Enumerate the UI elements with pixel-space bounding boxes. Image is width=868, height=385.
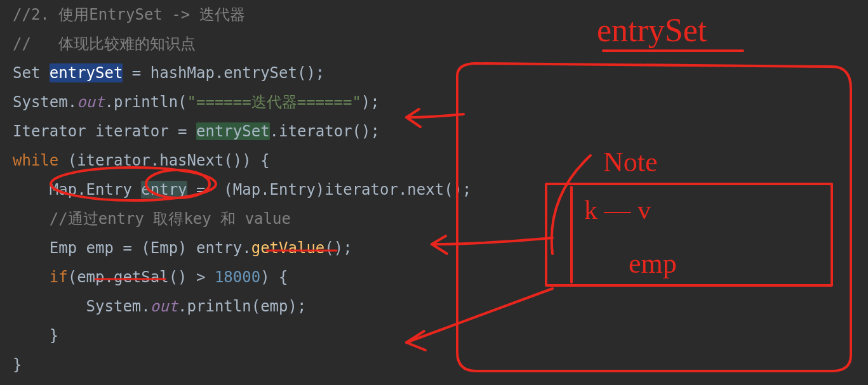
code-text: Emp emp = (Emp) entry. [50, 239, 251, 257]
code-line: Map.Entry entry = (Map.Entry)iterator.ne… [13, 175, 855, 204]
field: out [150, 297, 178, 315]
code-text: .iterator(); [270, 122, 380, 140]
code-editor[interactable]: //2. 使用EntrySet -> 迭代器 // 体现比较难的知识点 Set … [0, 0, 868, 385]
brace: } [13, 356, 22, 374]
type: Set [13, 64, 50, 82]
code-line: System.out.println(emp); [13, 292, 855, 321]
code-text: .println( [105, 93, 187, 111]
indent [13, 239, 50, 257]
number-literal: 18000 [215, 268, 260, 286]
indent [13, 327, 50, 344]
code-line: Set entrySet = hashMap.entrySet(); [13, 58, 855, 88]
code-line: while (iterator.hasNext()) { [13, 146, 855, 175]
code-text: Map.Entry [50, 181, 142, 199]
indent [13, 181, 50, 199]
method-call: getSal [114, 268, 169, 286]
indent [13, 297, 86, 315]
usage-highlight: entry [141, 181, 187, 199]
comment: // 体现比较难的知识点 [13, 35, 196, 53]
code-text: (emp. [68, 268, 114, 286]
comment: //通过entry 取得key 和 value [50, 210, 291, 228]
code-text: Iterator iterator = [13, 122, 196, 140]
indent [13, 210, 50, 228]
code-text: (iterator.hasNext()) { [58, 152, 269, 169]
keyword: while [13, 152, 58, 169]
code-text: = (Map.Entry)iterator.next(); [187, 181, 472, 199]
code-line: //2. 使用EntrySet -> 迭代器 [13, 0, 855, 29]
code-text: = hashMap. [123, 64, 224, 82]
code-text: ); [361, 93, 380, 111]
indent [13, 268, 50, 286]
code-text: (); [297, 64, 324, 82]
code-line: // 体现比较难的知识点 [13, 29, 855, 58]
usage-highlight: entrySet [196, 122, 270, 140]
code-line: Emp emp = (Emp) entry.getValue(); [13, 233, 855, 263]
field: out [77, 93, 104, 111]
code-text: System. [86, 297, 150, 315]
method-call: getValue [251, 239, 325, 257]
code-text: () > [169, 268, 215, 286]
keyword: if [50, 268, 68, 286]
method-call: entrySet [224, 64, 297, 82]
code-line: } [13, 350, 855, 379]
code-line: System.out.println("======迭代器======"); [13, 88, 855, 117]
code-text: ) { [260, 268, 288, 286]
code-text: .println(emp); [178, 297, 306, 315]
code-line: //通过entry 取得key 和 value [13, 204, 855, 233]
comment: //2. 使用EntrySet -> 迭代器 [13, 6, 245, 23]
code-text: System. [13, 93, 77, 111]
code-line: Iterator iterator = entrySet.iterator(); [13, 117, 855, 146]
string-literal: "======迭代器======" [187, 93, 361, 111]
selected-identifier: entrySet [50, 63, 123, 82]
code-text: (); [324, 239, 352, 257]
brace: } [50, 327, 58, 344]
code-line: if(emp.getSal() > 18000) { [13, 263, 855, 292]
code-line: } [13, 321, 855, 350]
